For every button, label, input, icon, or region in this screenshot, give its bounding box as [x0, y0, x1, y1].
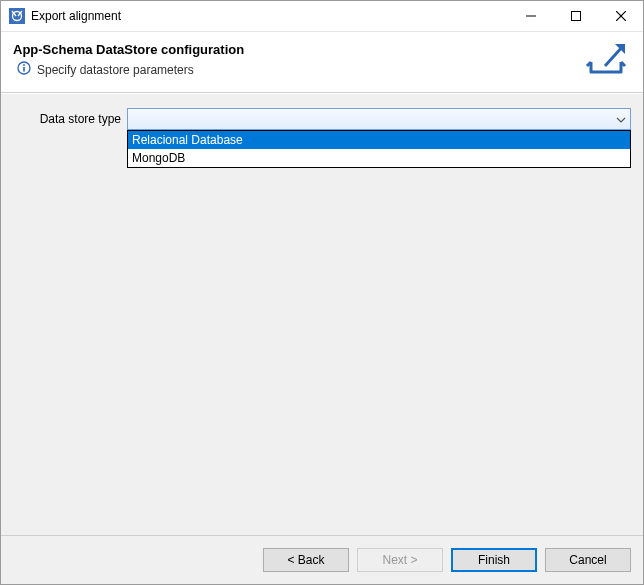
- page-title: App-Schema DataStore configuration: [13, 42, 631, 57]
- page-subtitle: Specify datastore parameters: [37, 63, 194, 77]
- svg-rect-3: [571, 12, 580, 21]
- svg-rect-8: [23, 67, 25, 72]
- app-icon: [9, 8, 25, 24]
- svg-rect-7: [23, 64, 25, 66]
- svg-rect-0: [9, 8, 25, 24]
- maximize-button[interactable]: [553, 1, 598, 31]
- page-subtitle-row: Specify datastore parameters: [17, 61, 631, 78]
- finish-button[interactable]: Finish: [451, 548, 537, 572]
- export-alignment-dialog: Export alignment App-Schema DataStore co…: [0, 0, 644, 585]
- info-icon: [17, 61, 31, 78]
- chevron-down-icon: [616, 112, 626, 126]
- wizard-footer: < Back Next > Finish Cancel: [1, 535, 643, 584]
- back-button[interactable]: < Back: [263, 548, 349, 572]
- window-title: Export alignment: [31, 9, 508, 23]
- data-store-type-combo[interactable]: [127, 108, 631, 130]
- titlebar: Export alignment: [1, 1, 643, 32]
- data-store-type-row: Data store type Relacional Database Mong…: [13, 108, 631, 130]
- data-store-type-field-wrap: Relacional Database MongoDB: [127, 108, 631, 130]
- cancel-button[interactable]: Cancel: [545, 548, 631, 572]
- wizard-banner: App-Schema DataStore configuration Speci…: [1, 32, 643, 93]
- minimize-button[interactable]: [508, 1, 553, 31]
- wizard-content: Data store type Relacional Database Mong…: [1, 93, 643, 535]
- option-relational-database[interactable]: Relacional Database: [128, 131, 630, 149]
- window-controls: [508, 1, 643, 31]
- next-button[interactable]: Next >: [357, 548, 443, 572]
- close-button[interactable]: [598, 1, 643, 31]
- export-icon: [585, 38, 633, 85]
- data-store-type-dropdown: Relacional Database MongoDB: [127, 130, 631, 168]
- option-mongodb[interactable]: MongoDB: [128, 149, 630, 167]
- data-store-type-label: Data store type: [13, 112, 127, 126]
